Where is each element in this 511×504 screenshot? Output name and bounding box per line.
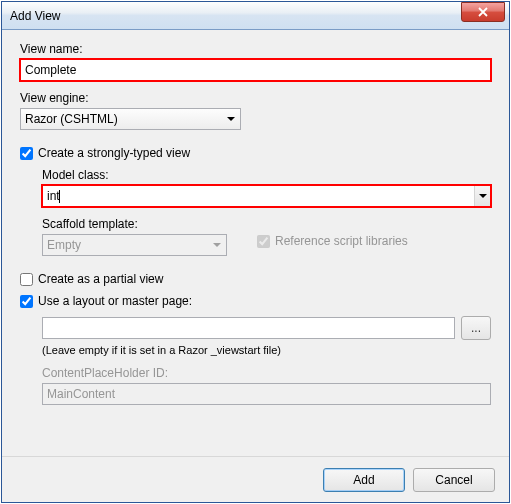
use-layout-checkbox[interactable] <box>20 295 33 308</box>
view-engine-row: View engine: Razor (CSHTML) <box>20 91 491 130</box>
layout-group: ... (Leave empty if it is set in a Razor… <box>42 316 491 405</box>
strongly-typed-label: Create a strongly-typed view <box>38 146 190 160</box>
cancel-button[interactable]: Cancel <box>413 468 495 492</box>
scaffold-combo-wrap: Empty <box>42 234 227 256</box>
scaffold-row: Empty Reference script libraries <box>42 234 491 256</box>
model-class-combo-wrap: int <box>42 185 491 207</box>
view-name-value: Complete <box>25 63 76 77</box>
partial-row: Create as a partial view <box>20 272 491 286</box>
browse-label: ... <box>471 321 481 335</box>
view-name-row: View name: Complete <box>20 42 491 81</box>
view-engine-combobox[interactable]: Razor (CSHTML) <box>20 108 241 130</box>
view-name-input[interactable]: Complete <box>20 59 491 81</box>
dialog-content: View name: Complete View engine: Razor (… <box>2 30 509 456</box>
window-title: Add View <box>10 9 60 23</box>
model-class-input[interactable]: int <box>42 185 491 207</box>
use-layout-label: Use a layout or master page: <box>38 294 192 308</box>
view-engine-value: Razor (CSHTML) <box>25 112 118 126</box>
ref-script-label: Reference script libraries <box>275 234 408 248</box>
scaffold-label: Scaffold template: <box>42 217 491 231</box>
strongly-typed-group: Model class: int Scaffold template: Empt… <box>42 168 491 256</box>
use-layout-row: Use a layout or master page: <box>20 294 491 308</box>
layout-path-row: ... <box>42 316 491 340</box>
model-class-dropdown-button[interactable] <box>474 186 490 206</box>
titlebar: Add View <box>2 2 509 30</box>
placeholder-input: MainContent <box>42 383 491 405</box>
strongly-typed-checkbox[interactable] <box>20 147 33 160</box>
ref-script-checkbox <box>257 235 270 248</box>
layout-hint: (Leave empty if it is set in a Razor _vi… <box>42 344 491 356</box>
placeholder-label: ContentPlaceHolder ID: <box>42 366 491 380</box>
scaffold-value: Empty <box>47 238 81 252</box>
view-engine-label: View engine: <box>20 91 491 105</box>
partial-checkbox[interactable] <box>20 273 33 286</box>
text-caret <box>59 190 60 203</box>
ref-script-row: Reference script libraries <box>257 234 408 248</box>
layout-path-input[interactable] <box>42 317 455 339</box>
strongly-typed-row: Create a strongly-typed view <box>20 146 491 160</box>
model-class-row: Model class: int <box>42 168 491 207</box>
chevron-down-icon <box>479 194 487 199</box>
close-icon <box>478 7 488 17</box>
close-button[interactable] <box>461 2 505 22</box>
button-bar: Add Cancel <box>2 456 509 502</box>
view-name-label: View name: <box>20 42 491 56</box>
dialog-window: Add View View name: Complete View engine… <box>1 1 510 503</box>
placeholder-value: MainContent <box>47 387 115 401</box>
scaffold-row-wrap: Scaffold template: Empty Reference scrip… <box>42 217 491 256</box>
add-button[interactable]: Add <box>323 468 405 492</box>
scaffold-combobox: Empty <box>42 234 227 256</box>
partial-label: Create as a partial view <box>38 272 163 286</box>
browse-button[interactable]: ... <box>461 316 491 340</box>
model-class-label: Model class: <box>42 168 491 182</box>
view-engine-combo-wrap: Razor (CSHTML) <box>20 108 241 130</box>
